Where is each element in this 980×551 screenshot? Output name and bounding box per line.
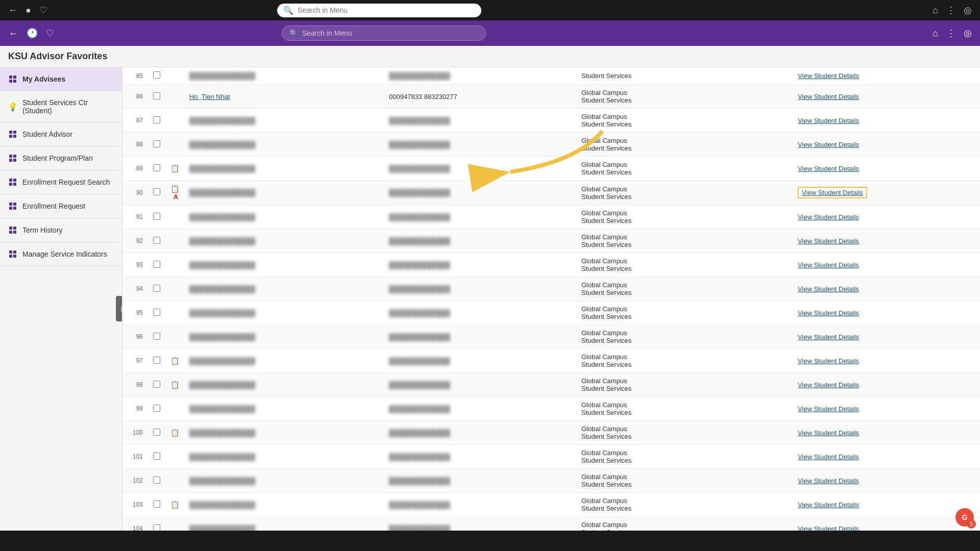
- top-search-input[interactable]: [298, 6, 475, 14]
- dept-line2: Student Services: [581, 361, 631, 368]
- student-name-link[interactable]: Ho ,Tien Nhat: [189, 93, 230, 101]
- action-cell: View Student Details: [793, 493, 980, 517]
- view-student-details-link[interactable]: View Student Details: [798, 93, 859, 101]
- row-checkbox[interactable]: [153, 500, 160, 508]
- action-cell: View Student Details: [793, 253, 980, 277]
- row-checkbox-cell: [148, 205, 165, 229]
- view-student-details-link[interactable]: View Student Details: [798, 405, 859, 413]
- department-cell: Global CampusStudent Services: [576, 253, 793, 277]
- dept-line2: Student Services: [581, 337, 631, 344]
- sidebar-item-student-program-plan[interactable]: Student Program/Plan: [0, 146, 122, 170]
- view-student-details-link[interactable]: View Student Details: [798, 285, 859, 293]
- dept-line1: Global Campus: [581, 233, 627, 241]
- department-cell: Global CampusStudent Services: [576, 349, 793, 373]
- row-checkbox[interactable]: [153, 140, 160, 147]
- dept-line2: Student Services: [581, 409, 631, 416]
- nav-search-input[interactable]: [302, 29, 478, 37]
- view-student-details-link[interactable]: View Student Details: [798, 261, 859, 269]
- nav-search-bar[interactable]: 🔍: [282, 26, 486, 41]
- row-checkbox[interactable]: [153, 237, 160, 244]
- view-student-details-link[interactable]: View Student Details: [798, 357, 859, 365]
- student-ids-cell: █████████████: [384, 493, 576, 517]
- sidebar-item-enrollment-request-search[interactable]: Enrollment Request Search: [0, 170, 122, 194]
- row-checkbox[interactable]: [153, 333, 160, 340]
- student-name-cell: ██████████████: [184, 67, 384, 85]
- row-checkbox[interactable]: [153, 285, 160, 292]
- alert-indicator: A: [174, 193, 178, 201]
- row-checkbox[interactable]: [153, 405, 160, 412]
- view-student-details-link[interactable]: View Student Details: [798, 453, 859, 461]
- view-student-details-link[interactable]: View Student Details: [798, 141, 859, 148]
- top-search-bar[interactable]: 🔍: [277, 4, 481, 17]
- student-name-cell: Ho ,Tien Nhat: [184, 85, 384, 109]
- row-checkbox[interactable]: [153, 71, 160, 79]
- sidebar-item-student-services[interactable]: 💡 Student Services Ctr (Student): [0, 91, 122, 122]
- row-checkbox[interactable]: [153, 92, 160, 99]
- sidebar-label-my-advisees: My Advisees: [22, 75, 65, 83]
- view-student-details-link[interactable]: View Student Details: [798, 309, 859, 317]
- department-cell: Global CampusStudent Services: [576, 229, 793, 253]
- student-ids-cell: █████████████: [384, 421, 576, 445]
- sidebar-collapse-button[interactable]: ‖: [116, 296, 122, 321]
- nav-back-button[interactable]: ←: [8, 28, 18, 39]
- row-icon-cell: [165, 109, 184, 133]
- view-student-details-link[interactable]: View Student Details: [798, 381, 859, 389]
- row-checkbox[interactable]: [153, 164, 160, 171]
- row-checkbox[interactable]: [153, 261, 160, 268]
- view-student-details-link[interactable]: View Student Details: [798, 213, 859, 221]
- student-name-cell: ██████████████: [184, 349, 384, 373]
- student-name-blurred: ██████████████: [189, 165, 255, 172]
- sidebar-item-enrollment-request[interactable]: Enrollment Request: [0, 194, 122, 218]
- view-student-details-link[interactable]: View Student Details: [798, 501, 859, 509]
- view-student-details-link[interactable]: View Student Details: [798, 237, 859, 245]
- sidebar-item-manage-service-indicators[interactable]: Manage Service Indicators: [0, 242, 122, 266]
- view-student-details-link[interactable]: View Student Details: [798, 72, 859, 80]
- row-checkbox[interactable]: [153, 453, 160, 460]
- row-checkbox[interactable]: [153, 116, 160, 123]
- student-ids-blurred: █████████████: [389, 429, 450, 437]
- sidebar-item-term-history[interactable]: Term History: [0, 218, 122, 242]
- student-ids-cell: █████████████: [384, 325, 576, 349]
- table-row: 86Ho ,Tien Nhat000947833 883230277Global…: [122, 85, 980, 109]
- student-ids-cell: █████████████: [384, 445, 576, 469]
- view-student-details-link[interactable]: View Student Details: [798, 165, 859, 172]
- dept-line2: Student Services: [581, 313, 631, 320]
- nav-home-icon[interactable]: ⌂: [933, 28, 938, 39]
- dept-line2: Student Services: [581, 241, 631, 248]
- row-checkbox[interactable]: [153, 357, 160, 364]
- globe-icon[interactable]: ◎: [964, 5, 972, 16]
- history-icon[interactable]: ●: [26, 5, 31, 16]
- row-checkbox[interactable]: [153, 477, 160, 484]
- student-ids-cell: █████████████: [384, 181, 576, 205]
- view-student-details-link[interactable]: View Student Details: [798, 117, 859, 124]
- view-student-details-link[interactable]: View Student Details: [798, 477, 859, 485]
- row-checkbox-cell: [148, 109, 165, 133]
- view-student-details-link[interactable]: View Student Details: [798, 429, 859, 437]
- row-checkbox[interactable]: [153, 429, 160, 436]
- row-checkbox[interactable]: [153, 381, 160, 388]
- student-ids-blurred: █████████████: [389, 453, 450, 461]
- nav-favorites-button[interactable]: ♡: [46, 28, 54, 39]
- view-student-details-link[interactable]: View Student Details: [798, 187, 867, 198]
- view-student-details-link[interactable]: View Student Details: [798, 333, 859, 341]
- back-icon[interactable]: ←: [8, 5, 17, 16]
- nav-history-button[interactable]: 🕐: [27, 28, 38, 39]
- nav-network-icon[interactable]: ◎: [964, 28, 972, 39]
- action-cell: View Student Details: [793, 109, 980, 133]
- heart-icon[interactable]: ♡: [39, 5, 47, 16]
- row-checkbox[interactable]: [153, 188, 160, 195]
- home-icon[interactable]: ⌂: [933, 5, 938, 16]
- sidebar-item-student-advisor[interactable]: Student Advisor: [0, 122, 122, 146]
- department-cell: Global CampusStudent Services: [576, 493, 793, 517]
- row-checkbox[interactable]: [153, 309, 160, 316]
- dept-line1: Global Campus: [581, 161, 627, 168]
- nav-more-icon[interactable]: ⋮: [946, 28, 955, 39]
- menu-icon[interactable]: ⋮: [946, 5, 955, 16]
- action-cell: View Student Details: [793, 349, 980, 373]
- row-checkbox[interactable]: [153, 213, 160, 220]
- row-icon-cell: [165, 469, 184, 493]
- dept-line2: Student Services: [581, 481, 631, 488]
- student-name-blurred: ██████████████: [189, 261, 255, 269]
- sidebar-item-my-advisees[interactable]: My Advisees: [0, 67, 122, 91]
- row-icon-cell: [165, 133, 184, 157]
